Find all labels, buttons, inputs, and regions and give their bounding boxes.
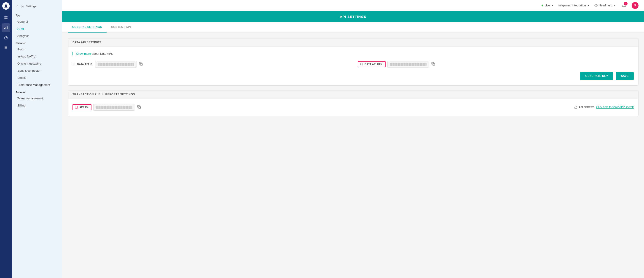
search-icon xyxy=(72,63,76,66)
chevron-down-icon xyxy=(587,4,590,7)
tab-general-settings[interactable]: GENERAL SETTINGS xyxy=(68,22,106,33)
sidebar-item-apis[interactable]: APIs xyxy=(12,25,62,32)
data-api-id-blurred xyxy=(98,63,134,66)
sidebar-item-push[interactable]: Push xyxy=(12,46,62,53)
nav-pie[interactable] xyxy=(2,34,10,42)
data-api-id-value xyxy=(95,61,137,68)
know-more-text: Know more about Data APIs xyxy=(76,52,113,55)
sidebar-item-general[interactable]: General xyxy=(12,18,62,25)
api-secret-link[interactable]: Click here to show APP secret! xyxy=(596,106,634,109)
buttons-row: GENERATE KEY SAVE xyxy=(72,72,634,80)
sidebar-item-sms[interactable]: SMS & connector xyxy=(12,67,62,74)
nav-analytics[interactable] xyxy=(2,23,10,32)
transaction-card-body: APP ID : xyxy=(68,99,638,116)
avatar[interactable]: S xyxy=(632,2,638,9)
sidebar-item-onsite[interactable]: Onsite messaging xyxy=(12,60,62,67)
search-icon xyxy=(360,63,363,66)
chevron-down-icon xyxy=(551,4,554,7)
data-api-section-title: DATA API SETTINGS xyxy=(68,39,638,47)
icon-bar xyxy=(0,0,12,278)
app-id-label: APP ID : xyxy=(72,104,92,110)
data-api-card: DATA API SETTINGS Know more about Data A… xyxy=(68,38,638,86)
svg-rect-1 xyxy=(4,16,6,18)
sidebar-section-app: App xyxy=(12,12,62,18)
svg-rect-19 xyxy=(574,107,577,109)
svg-rect-18 xyxy=(138,107,141,109)
notification-count: 2 xyxy=(624,2,628,6)
svg-rect-7 xyxy=(7,26,8,29)
api-fields-row: DATA API ID: xyxy=(72,61,634,68)
transaction-card: TRANSACTION PUSH / REPORTS SETTINGS APP … xyxy=(68,90,638,116)
chevron-down-icon xyxy=(613,4,616,7)
api-secret-label: API SECRET: xyxy=(574,106,594,109)
topbar: Live mixpanel_integration Need help 2 S xyxy=(62,0,644,11)
know-more-suffix: about Data APIs xyxy=(91,52,114,55)
svg-line-12 xyxy=(75,65,76,66)
data-api-key-copy[interactable] xyxy=(431,62,436,67)
svg-rect-13 xyxy=(140,63,142,66)
tab-content-api[interactable]: CONTENT API xyxy=(106,22,136,33)
generate-key-button[interactable]: GENERATE KEY xyxy=(580,72,613,80)
svg-point-11 xyxy=(73,63,75,65)
sidebar-item-analytics[interactable]: Analytics xyxy=(12,32,62,39)
nav-messages[interactable] xyxy=(2,44,10,52)
know-more-block: Know more about Data APIs xyxy=(72,52,634,55)
svg-point-0 xyxy=(5,4,7,6)
sidebar-settings-label: Settings xyxy=(26,5,36,8)
app-id-blurred xyxy=(96,106,132,109)
main: Live mixpanel_integration Need help 2 S … xyxy=(62,0,644,278)
content-area: API SETTINGS GENERAL SETTINGS CONTENT AP… xyxy=(62,11,644,278)
notifications-button[interactable]: 2 xyxy=(621,2,627,9)
data-api-card-body: Know more about Data APIs DATA API ID: xyxy=(68,47,638,85)
sidebar: Settings App General APIs Analytics Chan… xyxy=(12,0,62,278)
page-header: API SETTINGS xyxy=(62,11,644,22)
sidebar-item-emails[interactable]: Emails xyxy=(12,74,62,81)
app-icon xyxy=(75,106,78,109)
nav-dashboard[interactable] xyxy=(2,13,10,22)
transaction-section: APP ID : xyxy=(72,104,634,111)
svg-rect-16 xyxy=(433,63,435,66)
sidebar-item-billing[interactable]: Billing xyxy=(12,102,62,109)
help-link[interactable]: Need help xyxy=(594,4,616,7)
settings-body: DATA API SETTINGS Know more about Data A… xyxy=(62,33,644,122)
svg-rect-4 xyxy=(6,18,8,19)
back-icon xyxy=(16,5,19,8)
svg-rect-5 xyxy=(4,28,5,29)
live-dot xyxy=(542,5,544,7)
help-label: Need help xyxy=(599,4,612,7)
sidebar-section-account: Account xyxy=(12,88,62,95)
account-name: mixpanel_integration xyxy=(558,4,586,7)
know-more-link[interactable]: Know more xyxy=(76,52,91,55)
api-secret-field: API SECRET: Click here to show APP secre… xyxy=(150,106,634,109)
svg-rect-17 xyxy=(75,106,78,109)
status-indicator[interactable]: Live xyxy=(542,4,554,7)
app-logo[interactable] xyxy=(2,2,10,10)
account-switcher[interactable]: mixpanel_integration xyxy=(558,4,590,7)
sidebar-item-inapp[interactable]: In-App NATIV xyxy=(12,53,62,60)
data-api-id-copy[interactable] xyxy=(138,62,143,67)
sidebar-item-team[interactable]: Team management xyxy=(12,95,62,102)
data-api-key-value[interactable] xyxy=(388,61,429,68)
sidebar-section-channel: Channel xyxy=(12,39,62,46)
data-api-id-label: DATA API ID: xyxy=(72,63,93,66)
app-id-value xyxy=(93,104,135,111)
data-api-key-field: DATA API KEY: xyxy=(358,61,634,68)
sidebar-item-preference[interactable]: Preference Management xyxy=(12,81,62,88)
tabs-bar: GENERAL SETTINGS CONTENT API xyxy=(62,22,644,33)
svg-point-14 xyxy=(360,63,362,65)
save-button[interactable]: SAVE xyxy=(616,72,634,80)
gear-icon xyxy=(20,5,24,8)
data-api-id-field: DATA API ID: xyxy=(72,61,348,68)
sidebar-back[interactable]: Settings xyxy=(12,4,62,12)
app-id-copy[interactable] xyxy=(137,105,141,110)
status-label: Live xyxy=(544,4,550,7)
svg-line-15 xyxy=(362,65,363,66)
page-title: API SETTINGS xyxy=(68,15,638,19)
svg-rect-6 xyxy=(6,27,6,29)
svg-rect-2 xyxy=(6,16,8,18)
svg-rect-3 xyxy=(4,18,6,19)
app-id-field: APP ID : xyxy=(72,104,141,111)
data-api-key-label: DATA API KEY: xyxy=(358,61,386,67)
data-api-key-blurred xyxy=(390,63,426,66)
lock-icon xyxy=(574,106,578,109)
